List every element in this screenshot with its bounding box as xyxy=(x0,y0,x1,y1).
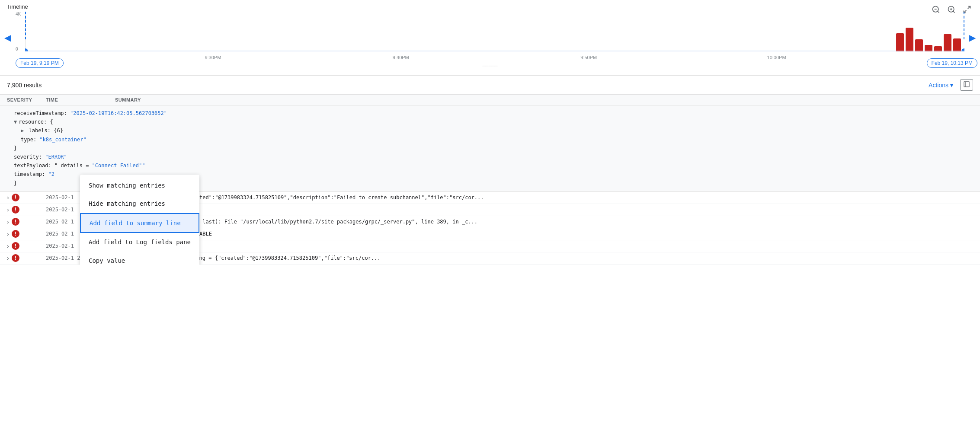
timestamp-partial: "2 xyxy=(48,171,54,177)
bar-6 xyxy=(944,34,951,51)
timeline-nav-right-button[interactable]: ▶ xyxy=(967,31,977,45)
actions-button[interactable]: Actions ▾ xyxy=(925,80,957,90)
timeline-end-marker xyxy=(964,12,964,39)
error-icon-1: ! xyxy=(12,194,19,201)
receive-ts-value: "2025-02-19T16:42:05.562703652" xyxy=(70,110,167,116)
timeline-title: Timeline xyxy=(7,3,973,10)
log-field-resource-open: ▼resource: { xyxy=(14,118,973,126)
severity-cell-4: › ! xyxy=(7,230,46,238)
log-area: receiveTimestamp: "2025-02-19T16:42:05.5… xyxy=(0,105,980,265)
timeline-chart: ◀ ▶ 4K 0 xyxy=(7,12,973,64)
row-expand-2[interactable]: › xyxy=(7,206,9,213)
actions-arrow: ▾ xyxy=(950,82,953,89)
resource-key: resource: xyxy=(19,119,50,125)
severity-cell-2: › ! xyxy=(7,206,46,214)
timeline-section: Timeline ◀ ▶ 4K 0 xyxy=(0,0,980,76)
summary-cell-1: debug_error_string = {"created":"@173998… xyxy=(115,194,973,201)
summary-cell-5: details = "Connect Failed" xyxy=(115,243,973,249)
severity-cell-1: › ! xyxy=(7,194,46,201)
error-icon-4: ! xyxy=(12,230,19,238)
timeline-nav-left-button[interactable]: ◀ xyxy=(3,31,13,45)
labels-key: labels: xyxy=(26,128,54,134)
timeline-drag-handle[interactable]: ───── xyxy=(7,64,973,65)
type-value: "k8s_container" xyxy=(39,137,86,143)
row-expand-3[interactable]: › xyxy=(7,218,9,225)
log-field-labels: ▶ labels: {6} xyxy=(14,127,973,135)
col-time: TIME xyxy=(46,97,115,102)
timeline-end-date-label[interactable]: Feb 19, 10:13 PM xyxy=(927,58,977,68)
entry-close: } xyxy=(14,180,17,186)
results-actions: Actions ▾ xyxy=(925,79,973,91)
context-menu-item-copy-value[interactable]: Copy value xyxy=(80,252,199,265)
bar-1 xyxy=(896,33,904,51)
bar-3 xyxy=(915,39,923,51)
labels-expand-arrow[interactable]: ▶ xyxy=(21,128,24,134)
log-field-receivetimestamp: receiveTimestamp: "2025-02-19T16:42:05.5… xyxy=(14,109,973,118)
resource-brace-close: } xyxy=(14,145,17,151)
resource-brace-open: { xyxy=(50,119,53,125)
context-menu: Show matching entries Hide matching entr… xyxy=(80,175,199,265)
textpayload-key: textPayload: " xyxy=(14,163,61,169)
col-summary: SUMMARY xyxy=(115,97,973,102)
error-icon-3: ! xyxy=(12,218,19,226)
results-bar: 7,900 results Actions ▾ xyxy=(0,76,980,95)
context-menu-item-show-matching[interactable]: Show matching entries xyxy=(80,176,199,194)
col-severity: SEVERITY xyxy=(7,97,46,102)
actions-label: Actions xyxy=(929,82,948,89)
log-field-textpayload: textPayload: " details = "Connect Failed… xyxy=(14,162,973,170)
timeline-plot xyxy=(25,12,964,51)
expanded-entry: receiveTimestamp: "2025-02-19T16:42:05.5… xyxy=(0,105,980,192)
labels-value: {6} xyxy=(54,128,63,134)
timeline-start-date-label[interactable]: Feb 19, 9:19 PM xyxy=(16,58,64,68)
row-expand-4[interactable]: › xyxy=(7,230,9,237)
type-key: type: xyxy=(21,137,39,143)
context-menu-item-add-log-fields[interactable]: Add field to Log fields pane xyxy=(80,233,199,251)
severity-cell-6: › ! xyxy=(7,254,46,262)
severity-value: "ERROR" xyxy=(45,154,67,160)
timestamp-key: timestamp: xyxy=(14,171,48,177)
summary-cell-3: Traceback (most recent call last): File … xyxy=(115,219,973,225)
x-tick-2: 9:40PM xyxy=(393,55,409,60)
log-field-resource-close: } xyxy=(14,144,973,153)
x-tick-1: 9:30PM xyxy=(205,55,221,60)
receive-ts-key: receiveTimestamp: xyxy=(14,110,70,116)
expand-view-button[interactable] xyxy=(960,79,973,91)
timeline-bars xyxy=(896,28,961,51)
y-axis-min-label: 0 xyxy=(16,47,18,51)
timeline-inner: 4K 0 xyxy=(16,12,964,64)
bar-7 xyxy=(953,38,961,51)
context-menu-item-hide-matching[interactable]: Hide matching entries xyxy=(80,194,199,213)
x-tick-4: 10:00PM xyxy=(767,55,786,60)
table-header: SEVERITY TIME SUMMARY xyxy=(0,95,980,105)
row-expand-6[interactable]: › xyxy=(7,255,9,261)
textpayload-detail: details = xyxy=(61,163,92,169)
error-icon-2: ! xyxy=(12,206,19,214)
timeline-start-marker xyxy=(25,12,26,39)
y-axis-max-label: 4K xyxy=(16,12,21,16)
timeline-x-axis: 9:30PM 9:40PM 9:50PM 10:00PM xyxy=(25,51,964,64)
bar-2 xyxy=(906,28,913,51)
severity-cell-3: › ! xyxy=(7,218,46,226)
results-count: 7,900 results xyxy=(7,82,42,89)
severity-cell-5: › ! xyxy=(7,242,46,250)
log-field-severity: severity: "ERROR" xyxy=(14,153,973,161)
severity-key: severity: xyxy=(14,154,45,160)
row-expand-1[interactable]: › xyxy=(7,194,9,201)
resource-expand-arrow[interactable]: ▼ xyxy=(14,119,17,125)
summary-cell-4: status = StatusCode.UNAVAILABLE xyxy=(115,231,973,237)
row-expand-5[interactable]: › xyxy=(7,242,9,249)
x-tick-3: 9:50PM xyxy=(580,55,597,60)
svg-rect-9 xyxy=(964,82,969,87)
error-icon-5: ! xyxy=(12,242,19,250)
context-menu-item-add-summary[interactable]: Add field to summary line xyxy=(80,213,199,233)
summary-cell-6: server debug_error_string = {"created":"… xyxy=(115,255,973,261)
log-field-type: type: "k8s_container" xyxy=(14,136,973,144)
svg-line-7 xyxy=(968,6,970,9)
textpayload-value: "Connect Failed"" xyxy=(92,163,145,169)
error-icon-6: ! xyxy=(12,254,19,262)
